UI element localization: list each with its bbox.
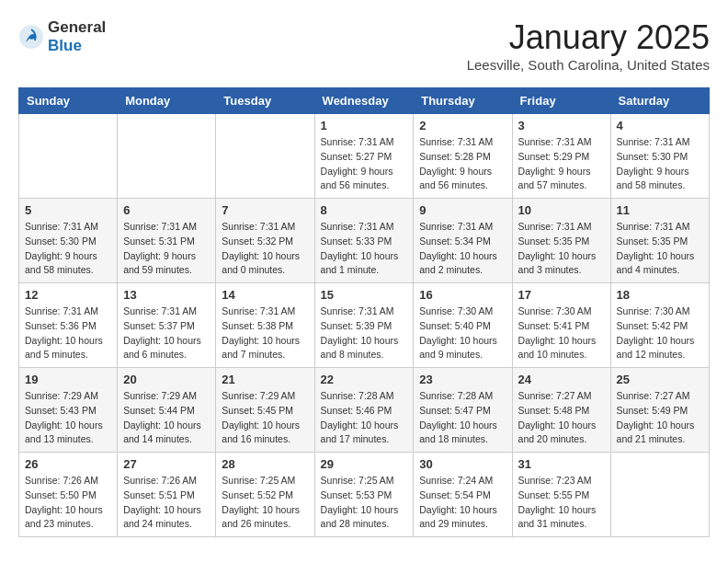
- day-info: Sunrise: 7:30 AMSunset: 5:41 PMDaylight:…: [518, 304, 605, 362]
- day-number: 15: [321, 288, 408, 302]
- day-number: 10: [518, 203, 605, 217]
- day-info: Sunrise: 7:31 AMSunset: 5:37 PMDaylight:…: [123, 304, 210, 362]
- day-number: 14: [222, 288, 308, 302]
- calendar-table: SundayMondayTuesdayWednesdayThursdayFrid…: [18, 87, 710, 537]
- logo-text: General Blue: [48, 18, 106, 55]
- day-number: 19: [25, 373, 111, 386]
- day-info: Sunrise: 7:31 AMSunset: 5:29 PMDaylight:…: [518, 135, 605, 193]
- calendar-day-19: 19Sunrise: 7:29 AMSunset: 5:43 PMDayligh…: [19, 368, 118, 453]
- calendar-week-1: 1Sunrise: 7:31 AMSunset: 5:27 PMDaylight…: [19, 114, 710, 199]
- calendar-day-18: 18Sunrise: 7:30 AMSunset: 5:42 PMDayligh…: [610, 283, 709, 368]
- day-header-wednesday: Wednesday: [314, 88, 414, 114]
- day-info: Sunrise: 7:31 AMSunset: 5:32 PMDaylight:…: [222, 220, 308, 278]
- calendar-day-31: 31Sunrise: 7:23 AMSunset: 5:55 PMDayligh…: [512, 453, 610, 537]
- calendar-day-14: 14Sunrise: 7:31 AMSunset: 5:38 PMDayligh…: [216, 283, 314, 368]
- calendar-day-22: 22Sunrise: 7:28 AMSunset: 5:46 PMDayligh…: [314, 368, 414, 453]
- day-number: 31: [518, 457, 605, 471]
- day-info: Sunrise: 7:25 AMSunset: 5:53 PMDaylight:…: [321, 474, 408, 532]
- day-info: Sunrise: 7:31 AMSunset: 5:38 PMDaylight:…: [222, 304, 308, 362]
- day-header-friday: Friday: [512, 88, 610, 114]
- day-number: 4: [617, 119, 703, 132]
- day-number: 29: [321, 457, 408, 471]
- day-number: 9: [419, 203, 506, 217]
- day-header-monday: Monday: [118, 88, 216, 114]
- calendar-day-28: 28Sunrise: 7:25 AMSunset: 5:52 PMDayligh…: [216, 453, 314, 537]
- calendar-day-10: 10Sunrise: 7:31 AMSunset: 5:35 PMDayligh…: [512, 199, 610, 283]
- day-number: 24: [518, 373, 605, 386]
- day-info: Sunrise: 7:31 AMSunset: 5:30 PMDaylight:…: [25, 220, 111, 278]
- day-number: 25: [617, 373, 703, 386]
- calendar-week-2: 5Sunrise: 7:31 AMSunset: 5:30 PMDaylight…: [19, 199, 710, 283]
- day-number: 18: [617, 288, 703, 302]
- day-number: 7: [222, 203, 308, 217]
- calendar-empty-cell: [610, 453, 709, 537]
- day-header-sunday: Sunday: [19, 88, 118, 114]
- day-info: Sunrise: 7:31 AMSunset: 5:34 PMDaylight:…: [419, 220, 506, 278]
- day-info: Sunrise: 7:26 AMSunset: 5:51 PMDaylight:…: [123, 474, 210, 532]
- day-number: 11: [617, 203, 703, 217]
- calendar-day-11: 11Sunrise: 7:31 AMSunset: 5:35 PMDayligh…: [610, 199, 709, 283]
- calendar-day-25: 25Sunrise: 7:27 AMSunset: 5:49 PMDayligh…: [610, 368, 709, 453]
- day-info: Sunrise: 7:27 AMSunset: 5:48 PMDaylight:…: [518, 389, 605, 447]
- calendar-empty-cell: [118, 114, 216, 199]
- day-number: 26: [25, 457, 111, 471]
- page-header: General Blue January 2025 Leesville, Sou…: [18, 18, 710, 73]
- day-info: Sunrise: 7:31 AMSunset: 5:30 PMDaylight:…: [617, 135, 703, 193]
- day-info: Sunrise: 7:30 AMSunset: 5:42 PMDaylight:…: [617, 304, 703, 362]
- calendar-day-5: 5Sunrise: 7:31 AMSunset: 5:30 PMDaylight…: [19, 199, 118, 283]
- day-number: 21: [222, 373, 308, 386]
- calendar-week-3: 12Sunrise: 7:31 AMSunset: 5:36 PMDayligh…: [19, 283, 710, 368]
- calendar-day-7: 7Sunrise: 7:31 AMSunset: 5:32 PMDaylight…: [216, 199, 314, 283]
- day-info: Sunrise: 7:25 AMSunset: 5:52 PMDaylight:…: [222, 474, 308, 532]
- day-info: Sunrise: 7:27 AMSunset: 5:49 PMDaylight:…: [617, 389, 703, 447]
- day-info: Sunrise: 7:29 AMSunset: 5:44 PMDaylight:…: [123, 389, 210, 447]
- calendar-header-row: SundayMondayTuesdayWednesdayThursdayFrid…: [19, 88, 710, 114]
- calendar-day-17: 17Sunrise: 7:30 AMSunset: 5:41 PMDayligh…: [512, 283, 610, 368]
- calendar-day-8: 8Sunrise: 7:31 AMSunset: 5:33 PMDaylight…: [314, 199, 414, 283]
- calendar-day-3: 3Sunrise: 7:31 AMSunset: 5:29 PMDaylight…: [512, 114, 610, 199]
- day-number: 27: [123, 457, 210, 471]
- calendar-week-5: 26Sunrise: 7:26 AMSunset: 5:50 PMDayligh…: [19, 453, 710, 537]
- location: Leesville, South Carolina, United States: [467, 57, 710, 73]
- day-info: Sunrise: 7:31 AMSunset: 5:36 PMDaylight:…: [25, 304, 111, 362]
- calendar-day-21: 21Sunrise: 7:29 AMSunset: 5:45 PMDayligh…: [216, 368, 314, 453]
- calendar-day-2: 2Sunrise: 7:31 AMSunset: 5:28 PMDaylight…: [414, 114, 512, 199]
- day-number: 1: [321, 119, 408, 132]
- day-number: 13: [123, 288, 210, 302]
- logo: General Blue: [18, 18, 106, 55]
- day-header-thursday: Thursday: [414, 88, 512, 114]
- day-info: Sunrise: 7:31 AMSunset: 5:35 PMDaylight:…: [617, 220, 703, 278]
- day-info: Sunrise: 7:31 AMSunset: 5:28 PMDaylight:…: [419, 135, 506, 193]
- calendar-empty-cell: [216, 114, 314, 199]
- day-info: Sunrise: 7:31 AMSunset: 5:35 PMDaylight:…: [518, 220, 605, 278]
- calendar-day-9: 9Sunrise: 7:31 AMSunset: 5:34 PMDaylight…: [414, 199, 512, 283]
- day-info: Sunrise: 7:24 AMSunset: 5:54 PMDaylight:…: [419, 474, 506, 532]
- day-info: Sunrise: 7:31 AMSunset: 5:27 PMDaylight:…: [321, 135, 408, 193]
- calendar-day-15: 15Sunrise: 7:31 AMSunset: 5:39 PMDayligh…: [314, 283, 414, 368]
- day-number: 23: [419, 373, 506, 386]
- logo-icon: [18, 24, 44, 50]
- day-info: Sunrise: 7:23 AMSunset: 5:55 PMDaylight:…: [518, 474, 605, 532]
- day-number: 6: [123, 203, 210, 217]
- day-number: 3: [518, 119, 605, 132]
- day-header-saturday: Saturday: [610, 88, 709, 114]
- calendar-day-13: 13Sunrise: 7:31 AMSunset: 5:37 PMDayligh…: [118, 283, 216, 368]
- day-header-tuesday: Tuesday: [216, 88, 314, 114]
- calendar-day-24: 24Sunrise: 7:27 AMSunset: 5:48 PMDayligh…: [512, 368, 610, 453]
- day-info: Sunrise: 7:31 AMSunset: 5:39 PMDaylight:…: [321, 304, 408, 362]
- day-info: Sunrise: 7:28 AMSunset: 5:46 PMDaylight:…: [321, 389, 408, 447]
- calendar-day-26: 26Sunrise: 7:26 AMSunset: 5:50 PMDayligh…: [19, 453, 118, 537]
- calendar-day-20: 20Sunrise: 7:29 AMSunset: 5:44 PMDayligh…: [118, 368, 216, 453]
- calendar-week-4: 19Sunrise: 7:29 AMSunset: 5:43 PMDayligh…: [19, 368, 710, 453]
- day-info: Sunrise: 7:26 AMSunset: 5:50 PMDaylight:…: [25, 474, 111, 532]
- calendar-day-4: 4Sunrise: 7:31 AMSunset: 5:30 PMDaylight…: [610, 114, 709, 199]
- calendar-day-16: 16Sunrise: 7:30 AMSunset: 5:40 PMDayligh…: [414, 283, 512, 368]
- calendar-day-23: 23Sunrise: 7:28 AMSunset: 5:47 PMDayligh…: [414, 368, 512, 453]
- calendar-day-6: 6Sunrise: 7:31 AMSunset: 5:31 PMDaylight…: [118, 199, 216, 283]
- calendar-empty-cell: [19, 114, 118, 199]
- day-number: 30: [419, 457, 506, 471]
- day-number: 20: [123, 373, 210, 386]
- day-number: 2: [419, 119, 506, 132]
- calendar-day-1: 1Sunrise: 7:31 AMSunset: 5:27 PMDaylight…: [314, 114, 414, 199]
- day-info: Sunrise: 7:29 AMSunset: 5:45 PMDaylight:…: [222, 389, 308, 447]
